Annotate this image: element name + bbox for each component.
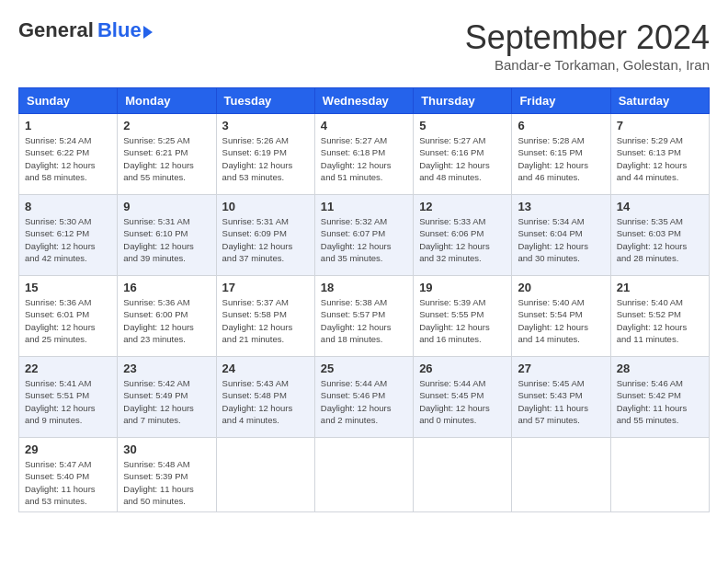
day-number: 23 — [123, 362, 210, 375]
calendar-cell: 26Sunrise: 5:44 AM Sunset: 5:45 PM Dayli… — [414, 357, 512, 438]
calendar-cell: 14Sunrise: 5:35 AM Sunset: 6:03 PM Dayli… — [610, 195, 709, 276]
calendar-cell — [314, 438, 413, 512]
day-info: Sunrise: 5:31 AM Sunset: 6:10 PM Dayligh… — [123, 215, 210, 264]
weekday-header-friday: Friday — [512, 88, 610, 114]
calendar-cell — [216, 438, 314, 512]
logo: General Blue — [18, 18, 153, 42]
day-number: 18 — [321, 281, 407, 294]
calendar-cell: 17Sunrise: 5:37 AM Sunset: 5:58 PM Dayli… — [216, 276, 314, 357]
calendar-cell: 8Sunrise: 5:30 AM Sunset: 6:12 PM Daylig… — [19, 195, 118, 276]
day-info: Sunrise: 5:37 AM Sunset: 5:58 PM Dayligh… — [222, 296, 309, 345]
day-number: 29 — [25, 442, 111, 456]
calendar-week-row: 1Sunrise: 5:24 AM Sunset: 6:22 PM Daylig… — [19, 114, 710, 195]
day-info: Sunrise: 5:27 AM Sunset: 6:16 PM Dayligh… — [419, 134, 506, 183]
calendar-cell: 1Sunrise: 5:24 AM Sunset: 6:22 PM Daylig… — [19, 114, 118, 195]
calendar-table: SundayMondayTuesdayWednesdayThursdayFrid… — [18, 87, 710, 512]
day-number: 21 — [617, 281, 703, 294]
day-number: 3 — [222, 119, 309, 132]
day-info: Sunrise: 5:48 AM Sunset: 5:39 PM Dayligh… — [123, 458, 210, 507]
day-info: Sunrise: 5:32 AM Sunset: 6:07 PM Dayligh… — [321, 215, 407, 264]
day-number: 6 — [518, 119, 604, 132]
day-info: Sunrise: 5:35 AM Sunset: 6:03 PM Dayligh… — [617, 215, 703, 264]
day-number: 20 — [518, 281, 604, 294]
day-number: 12 — [419, 200, 506, 213]
day-number: 22 — [25, 362, 111, 375]
day-info: Sunrise: 5:47 AM Sunset: 5:40 PM Dayligh… — [25, 458, 111, 507]
calendar-cell — [610, 438, 709, 512]
day-number: 28 — [617, 362, 703, 375]
calendar-cell: 7Sunrise: 5:29 AM Sunset: 6:13 PM Daylig… — [610, 114, 709, 195]
calendar-cell: 5Sunrise: 5:27 AM Sunset: 6:16 PM Daylig… — [414, 114, 512, 195]
calendar-cell: 2Sunrise: 5:25 AM Sunset: 6:21 PM Daylig… — [118, 114, 216, 195]
day-number: 9 — [123, 200, 210, 213]
day-number: 19 — [419, 281, 506, 294]
calendar-cell: 19Sunrise: 5:39 AM Sunset: 5:55 PM Dayli… — [414, 276, 512, 357]
calendar-cell: 11Sunrise: 5:32 AM Sunset: 6:07 PM Dayli… — [314, 195, 413, 276]
title-section: September 2024 Bandar-e Torkaman, Golest… — [465, 18, 710, 73]
calendar-cell: 18Sunrise: 5:38 AM Sunset: 5:57 PM Dayli… — [314, 276, 413, 357]
day-info: Sunrise: 5:27 AM Sunset: 6:18 PM Dayligh… — [321, 134, 407, 183]
calendar-week-row: 15Sunrise: 5:36 AM Sunset: 6:01 PM Dayli… — [19, 276, 710, 357]
calendar-week-row: 22Sunrise: 5:41 AM Sunset: 5:51 PM Dayli… — [19, 357, 710, 438]
calendar-week-row: 29Sunrise: 5:47 AM Sunset: 5:40 PM Dayli… — [19, 438, 710, 512]
weekday-header-tuesday: Tuesday — [216, 88, 314, 114]
day-info: Sunrise: 5:39 AM Sunset: 5:55 PM Dayligh… — [419, 296, 506, 345]
day-number: 26 — [419, 362, 506, 375]
day-info: Sunrise: 5:36 AM Sunset: 6:00 PM Dayligh… — [123, 296, 210, 345]
day-number: 17 — [222, 281, 309, 294]
weekday-header-row: SundayMondayTuesdayWednesdayThursdayFrid… — [19, 88, 710, 114]
day-info: Sunrise: 5:30 AM Sunset: 6:12 PM Dayligh… — [25, 215, 111, 264]
logo-blue-text: Blue — [97, 18, 142, 42]
logo-general-text: General — [18, 18, 94, 42]
day-number: 2 — [123, 119, 210, 132]
day-number: 25 — [321, 362, 407, 375]
day-number: 5 — [419, 119, 506, 132]
day-info: Sunrise: 5:36 AM Sunset: 6:01 PM Dayligh… — [25, 296, 111, 345]
day-info: Sunrise: 5:24 AM Sunset: 6:22 PM Dayligh… — [25, 134, 111, 183]
day-info: Sunrise: 5:29 AM Sunset: 6:13 PM Dayligh… — [617, 134, 703, 183]
calendar-week-row: 8Sunrise: 5:30 AM Sunset: 6:12 PM Daylig… — [19, 195, 710, 276]
calendar-cell: 3Sunrise: 5:26 AM Sunset: 6:19 PM Daylig… — [216, 114, 314, 195]
day-info: Sunrise: 5:28 AM Sunset: 6:15 PM Dayligh… — [518, 134, 604, 183]
calendar-cell: 23Sunrise: 5:42 AM Sunset: 5:49 PM Dayli… — [118, 357, 216, 438]
calendar-cell: 12Sunrise: 5:33 AM Sunset: 6:06 PM Dayli… — [414, 195, 512, 276]
day-info: Sunrise: 5:43 AM Sunset: 5:48 PM Dayligh… — [222, 377, 309, 426]
day-number: 13 — [518, 200, 604, 213]
calendar-cell: 13Sunrise: 5:34 AM Sunset: 6:04 PM Dayli… — [512, 195, 610, 276]
day-info: Sunrise: 5:25 AM Sunset: 6:21 PM Dayligh… — [123, 134, 210, 183]
day-number: 4 — [321, 119, 407, 132]
day-info: Sunrise: 5:46 AM Sunset: 5:42 PM Dayligh… — [617, 377, 703, 426]
day-number: 11 — [321, 200, 407, 213]
weekday-header-thursday: Thursday — [414, 88, 512, 114]
day-info: Sunrise: 5:34 AM Sunset: 6:04 PM Dayligh… — [518, 215, 604, 264]
calendar-cell: 10Sunrise: 5:31 AM Sunset: 6:09 PM Dayli… — [216, 195, 314, 276]
calendar-cell: 30Sunrise: 5:48 AM Sunset: 5:39 PM Dayli… — [118, 438, 216, 512]
weekday-header-monday: Monday — [118, 88, 216, 114]
calendar-cell: 22Sunrise: 5:41 AM Sunset: 5:51 PM Dayli… — [19, 357, 118, 438]
day-info: Sunrise: 5:40 AM Sunset: 5:54 PM Dayligh… — [518, 296, 604, 345]
calendar-cell: 16Sunrise: 5:36 AM Sunset: 6:00 PM Dayli… — [118, 276, 216, 357]
weekday-header-sunday: Sunday — [19, 88, 118, 114]
calendar-cell: 6Sunrise: 5:28 AM Sunset: 6:15 PM Daylig… — [512, 114, 610, 195]
day-info: Sunrise: 5:33 AM Sunset: 6:06 PM Dayligh… — [419, 215, 506, 264]
day-number: 7 — [617, 119, 703, 132]
calendar-cell: 20Sunrise: 5:40 AM Sunset: 5:54 PM Dayli… — [512, 276, 610, 357]
day-number: 1 — [25, 119, 111, 132]
calendar-cell: 9Sunrise: 5:31 AM Sunset: 6:10 PM Daylig… — [118, 195, 216, 276]
day-info: Sunrise: 5:44 AM Sunset: 5:46 PM Dayligh… — [321, 377, 407, 426]
day-number: 27 — [518, 362, 604, 375]
calendar-cell: 24Sunrise: 5:43 AM Sunset: 5:48 PM Dayli… — [216, 357, 314, 438]
calendar-cell: 29Sunrise: 5:47 AM Sunset: 5:40 PM Dayli… — [19, 438, 118, 512]
calendar-cell: 27Sunrise: 5:45 AM Sunset: 5:43 PM Dayli… — [512, 357, 610, 438]
day-number: 14 — [617, 200, 703, 213]
day-info: Sunrise: 5:44 AM Sunset: 5:45 PM Dayligh… — [419, 377, 506, 426]
calendar-cell: 4Sunrise: 5:27 AM Sunset: 6:18 PM Daylig… — [314, 114, 413, 195]
weekday-header-saturday: Saturday — [610, 88, 709, 114]
day-number: 30 — [123, 442, 210, 456]
calendar-cell: 15Sunrise: 5:36 AM Sunset: 6:01 PM Dayli… — [19, 276, 118, 357]
day-number: 10 — [222, 200, 309, 213]
calendar-cell: 28Sunrise: 5:46 AM Sunset: 5:42 PM Dayli… — [610, 357, 709, 438]
day-number: 15 — [25, 281, 111, 294]
logo-arrow-icon — [143, 26, 153, 39]
calendar-cell — [414, 438, 512, 512]
